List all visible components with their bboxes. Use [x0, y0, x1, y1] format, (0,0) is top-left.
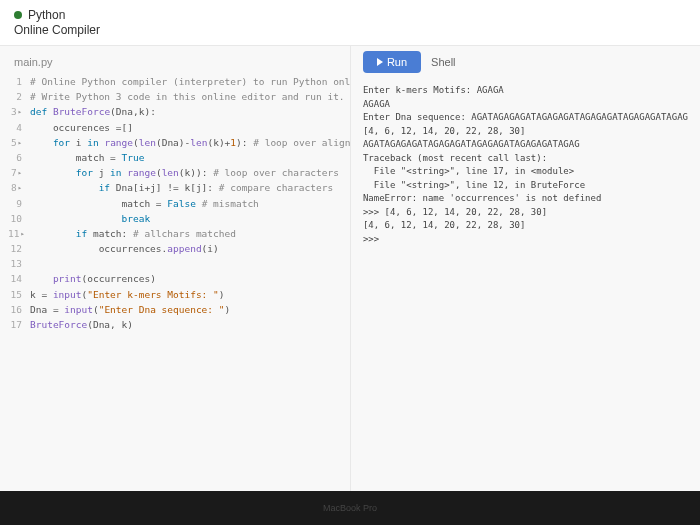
code-content[interactable]: match = True	[30, 150, 144, 165]
code-line[interactable]: 2# Write Python 3 code in this online ed…	[8, 89, 350, 104]
logo-icon	[14, 11, 22, 19]
code-content[interactable]: # Online Python compiler (interpreter) t…	[30, 74, 350, 89]
line-number: 8	[8, 180, 30, 195]
code-content[interactable]: if Dna[i+j] != k[j]: # compare character…	[30, 180, 333, 195]
line-number: 15	[8, 287, 30, 302]
shell-output[interactable]: Enter k-mers Motifs: AGAGA AGAGA Enter D…	[351, 78, 700, 252]
code-line[interactable]: 4 occurences =[]	[8, 120, 350, 135]
line-number: 13	[8, 256, 30, 271]
code-line[interactable]: 5 for i in range(len(Dna)-len(k)+1): # l…	[8, 135, 350, 150]
line-number: 3	[8, 104, 30, 119]
code-content[interactable]: print(occurrences)	[30, 271, 156, 286]
code-content[interactable]: break	[30, 211, 150, 226]
code-editor[interactable]: 1# Online Python compiler (interpreter) …	[0, 74, 350, 332]
line-number: 6	[8, 150, 30, 165]
editor-pane: main.py 1# Online Python compiler (inter…	[0, 46, 350, 525]
run-button[interactable]: Run	[363, 51, 421, 73]
brand-subtitle: Online Compiler	[14, 23, 686, 37]
line-number: 16	[8, 302, 30, 317]
code-line[interactable]: 7 for j in range(len(k)): # loop over ch…	[8, 165, 350, 180]
line-number: 4	[8, 120, 30, 135]
code-content[interactable]: # Write Python 3 code in this online edi…	[30, 89, 345, 104]
line-number: 7	[8, 165, 30, 180]
line-number: 9	[8, 196, 30, 211]
code-content[interactable]: Dna = input("Enter Dna sequence: ")	[30, 302, 230, 317]
line-number: 5	[8, 135, 30, 150]
code-content[interactable]: match = False # mismatch	[30, 196, 259, 211]
code-line[interactable]: 11 if match: # allchars matched	[8, 226, 350, 241]
workspace: main.py 1# Online Python compiler (inter…	[0, 46, 700, 525]
line-number: 10	[8, 211, 30, 226]
filename-label: main.py	[0, 52, 350, 74]
code-line[interactable]: 8 if Dna[i+j] != k[j]: # compare charact…	[8, 180, 350, 195]
code-content[interactable]: for i in range(len(Dna)-len(k)+1): # loo…	[30, 135, 350, 150]
code-line[interactable]: 15k = input("Enter k-mers Motifs: ")	[8, 287, 350, 302]
header: Python Online Compiler	[0, 0, 700, 46]
code-content[interactable]: def BruteForce(Dna,k):	[30, 104, 156, 119]
line-number: 17	[8, 317, 30, 332]
shell-tab-label[interactable]: Shell	[431, 56, 455, 68]
play-icon	[377, 58, 383, 66]
code-content[interactable]: if match: # allchars matched	[30, 226, 236, 241]
output-pane: Run Shell Enter k-mers Motifs: AGAGA AGA…	[350, 46, 700, 525]
brand-title: Python	[28, 8, 65, 22]
line-number: 14	[8, 271, 30, 286]
code-content[interactable]: occurrences.append(i)	[30, 241, 219, 256]
code-content[interactable]: BruteForce(Dna, k)	[30, 317, 133, 332]
line-number: 1	[8, 74, 30, 89]
line-number: 11	[8, 226, 30, 241]
code-content[interactable]: occurences =[]	[30, 120, 133, 135]
code-line[interactable]: 6 match = True	[8, 150, 350, 165]
code-line[interactable]: 14 print(occurrences)	[8, 271, 350, 286]
device-bezel-label: MacBook Pro	[0, 491, 700, 525]
code-content[interactable]: k = input("Enter k-mers Motifs: ")	[30, 287, 225, 302]
code-content[interactable]: for j in range(len(k)): # loop over char…	[30, 165, 339, 180]
code-line[interactable]: 9 match = False # mismatch	[8, 196, 350, 211]
code-line[interactable]: 13	[8, 256, 350, 271]
line-number: 2	[8, 89, 30, 104]
code-line[interactable]: 12 occurrences.append(i)	[8, 241, 350, 256]
line-number: 12	[8, 241, 30, 256]
code-line[interactable]: 1# Online Python compiler (interpreter) …	[8, 74, 350, 89]
run-button-label: Run	[387, 56, 407, 68]
code-line[interactable]: 10 break	[8, 211, 350, 226]
code-line[interactable]: 17BruteForce(Dna, k)	[8, 317, 350, 332]
code-line[interactable]: 3def BruteForce(Dna,k):	[8, 104, 350, 119]
code-line[interactable]: 16Dna = input("Enter Dna sequence: ")	[8, 302, 350, 317]
